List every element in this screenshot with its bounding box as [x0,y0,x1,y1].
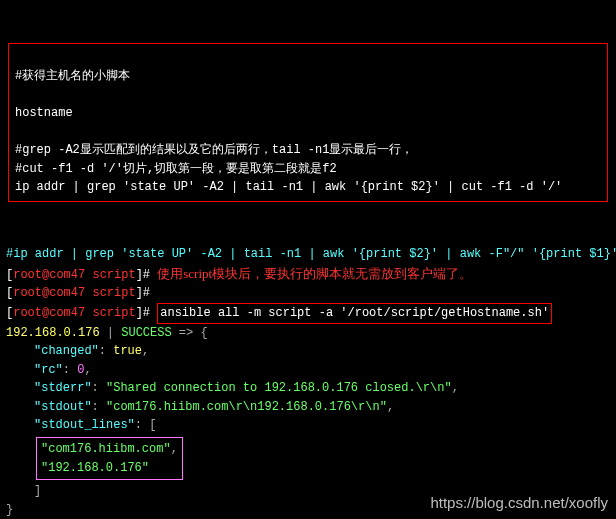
comment-cut: #cut -f1 -d '/'切片,切取第一段，要是取第二段就是f2 [15,162,337,176]
result1-stdout: "stdout": "com176.hiibm.com\r\n192.168.0… [6,398,610,417]
comment-grep: #grep -A2显示匹配到的结果以及它的后两行，tail -n1显示最后一行， [15,143,413,157]
result1-lines-box: "com176.hiibm.com", "192.168.0.176" [36,437,183,480]
script-content-box: #获得主机名的小脚本 hostname #grep -A2显示匹配到的结果以及它… [8,43,608,202]
ip-addr-comment: #ip addr | grep 'state UP' -A2 | tail -n… [6,247,616,261]
prompt-line-2: [root@com47 script]# [6,286,150,300]
prompt-line-3: [root@com47 script]# [6,306,150,320]
script-title: #获得主机名的小脚本 [15,69,130,83]
hostname-cmd: hostname [15,106,73,120]
ansible-command-box: ansible all -m script -a '/root/script/g… [157,303,552,324]
annotation-text: 使用script模块后，要执行的脚本就无需放到客户端了。 [157,266,472,281]
result1-stdout-lines-key: "stdout_lines": [ [6,416,610,435]
result1-close-obj: } [6,503,13,517]
terminal[interactable]: #获得主机名的小脚本 hostname #grep -A2显示匹配到的结果以及它… [0,0,616,519]
result1-rc: "rc": 0, [6,361,610,380]
prompt-line-1: [root@com47 script]# [6,268,150,282]
result1-header: 192.168.0.176 | SUCCESS => { [6,326,208,340]
pipeline: ip addr | grep 'state UP' -A2 | tail -n1… [15,180,562,194]
ansible-command: ansible all -m script -a '/root/script/g… [160,306,549,320]
result1-stderr: "stderr": "Shared connection to 192.168.… [6,379,610,398]
result1-changed: "changed": true, [6,342,610,361]
watermark: https://blog.csdn.net/xoofly [430,494,608,511]
